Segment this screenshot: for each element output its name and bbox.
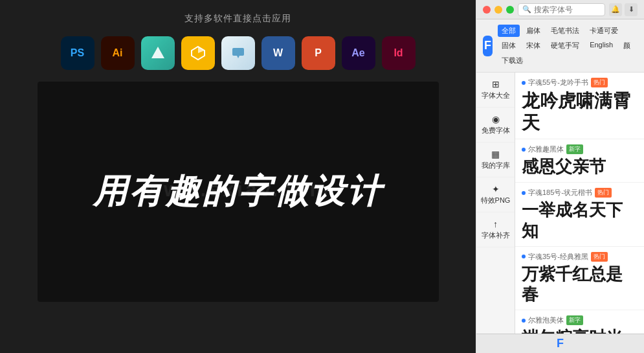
free-icon: ◉ — [492, 114, 500, 124]
app-icon-keynote[interactable] — [221, 36, 255, 70]
fx-icon: ✦ — [492, 184, 500, 194]
app-icons-row: PS Ai W P Ae Id — [61, 36, 416, 70]
app-icon-ppt[interactable]: P — [302, 36, 335, 70]
app-icon-ae[interactable]: Ae — [342, 36, 375, 70]
settings-icon[interactable]: ⬇ — [625, 3, 638, 16]
nav-free-font[interactable]: ◉ 免费字体 — [476, 108, 515, 142]
font-item-meta-duanwu: 尔雅泡美体 新字 — [522, 315, 638, 325]
font-preview-duanwu: 端午粽享时光 — [522, 328, 638, 334]
left-panel: 支持多软件直接点击应用 PS Ai W P Ae Id www.sxiav.co… — [0, 0, 476, 353]
minimize-button[interactable] — [494, 6, 502, 14]
font-item-yiju[interactable]: 字魂185号-状元楷书 热门 一举成名天下知 — [515, 183, 644, 246]
font-dot-2 — [522, 148, 526, 152]
app-icon-sketch[interactable] — [181, 36, 215, 70]
badge-duanwu: 新字 — [566, 315, 583, 325]
font-item-duanwu[interactable]: 尔雅泡美体 新字 端午粽享时光 — [515, 310, 644, 334]
close-button[interactable] — [483, 6, 491, 14]
font-dot-3 — [522, 191, 526, 195]
svg-rect-2 — [232, 48, 244, 56]
tag-yan[interactable]: 颜 — [619, 40, 634, 52]
font-preview-yiju: 一举成名天下知 — [522, 200, 638, 240]
bottom-bar: F — [476, 334, 644, 353]
font-name-ganren: 尔雅趣黑体 — [528, 144, 564, 154]
nav-my-library[interactable]: ▦ 我的字库 — [476, 142, 515, 177]
tag-english[interactable]: English — [586, 40, 617, 52]
font-preview-dragon: 龙吟虎啸满霄天 — [522, 90, 638, 133]
font-item-ganren[interactable]: 尔雅趣黑体 新字 感恩父亲节 — [515, 139, 644, 183]
nav-fx-png[interactable]: ✦ 特效PNG — [476, 177, 515, 212]
tag-flat[interactable]: 扁体 — [522, 25, 544, 37]
search-bar[interactable]: 🔍 — [518, 3, 605, 16]
badge-dragon: 热门 — [591, 78, 608, 87]
tag-solid[interactable]: 固体 — [498, 40, 520, 52]
right-panel: 🔍 🔔 ⬇ F 全部 扁体 毛笔书法 卡通可爱 固体 宋体 硬笔手写 Engli… — [476, 0, 644, 353]
grid-icon: ⊞ — [492, 79, 500, 89]
filter-tags: 全部 扁体 毛笔书法 卡通可爱 固体 宋体 硬笔手写 English 颜 下载选 — [498, 25, 638, 67]
svg-marker-3 — [237, 56, 239, 58]
app-icon-affinity[interactable] — [141, 36, 175, 70]
app-icon-id[interactable]: Id — [382, 36, 416, 70]
top-text: 支持多软件直接点击应用 — [184, 13, 291, 25]
font-item-meta-dragon: 字魂55号-龙吟手书 热门 — [522, 78, 638, 87]
icon-buttons: 🔔 ⬇ — [609, 3, 638, 16]
app-logo-letter: F — [484, 39, 491, 52]
font-name-dragon: 字魂55号-龙吟手书 — [528, 78, 588, 87]
font-dot-4 — [522, 255, 526, 258]
library-icon: ▦ — [491, 149, 500, 159]
nav-fx-png-label: 特效PNG — [481, 196, 511, 205]
tag-cute[interactable]: 卡通可爱 — [586, 25, 622, 37]
font-item-meta-wanjiu: 字魂35号-经典雅黑 热门 — [522, 252, 638, 262]
app-logo: F — [483, 36, 493, 56]
font-item-wanjiu[interactable]: 字魂35号-经典雅黑 热门 万紫千红总是春 — [515, 247, 644, 310]
canvas-main-text: 用有趣的字做设计 — [93, 169, 383, 214]
main-content: ⊞ 字体大全 ◉ 免费字体 ▦ 我的字库 ✦ 特效PNG ↑ 字体补齐 — [476, 73, 644, 334]
search-icon: 🔍 — [522, 5, 531, 14]
nav-my-library-label: 我的字库 — [482, 161, 510, 170]
supplement-icon: ↑ — [493, 219, 498, 229]
font-list: 字魂55号-龙吟手书 热门 龙吟虎啸满霄天 尔雅趣黑体 新字 感恩父亲节 字魂1… — [515, 73, 644, 334]
badge-yiju: 热门 — [595, 188, 612, 198]
badge-ganren: 新字 — [566, 144, 583, 154]
badge-wanjiu: 热门 — [591, 252, 608, 262]
font-dot — [522, 81, 526, 85]
canvas-area: www.sxiav.com 用有趣的字做设计 — [38, 82, 439, 302]
font-name-duanwu: 尔雅泡美体 — [528, 315, 564, 325]
font-item-meta-yiju: 字魂185号-状元楷书 热门 — [522, 188, 638, 198]
app-icon-ps[interactable]: PS — [61, 36, 94, 70]
font-dot-5 — [522, 319, 526, 323]
notification-icon[interactable]: 🔔 — [609, 3, 622, 16]
app-icon-ai[interactable]: Ai — [101, 36, 135, 70]
search-input[interactable] — [534, 5, 601, 14]
nav-font-supplement-label: 字体补齐 — [482, 231, 510, 240]
app-icon-word[interactable]: W — [261, 36, 295, 70]
nav-font-supplement[interactable]: ↑ 字体补齐 — [476, 212, 515, 247]
font-preview-ganren: 感恩父亲节 — [522, 157, 638, 177]
font-name-yiju: 字魂185号-状元楷书 — [528, 188, 592, 198]
tag-brush[interactable]: 毛笔书法 — [547, 25, 583, 37]
titlebar: 🔍 🔔 ⬇ — [476, 0, 644, 19]
tag-song[interactable]: 宋体 — [522, 40, 544, 52]
maximize-button[interactable] — [506, 6, 514, 14]
tag-all[interactable]: 全部 — [498, 25, 520, 37]
tag-download[interactable]: 下载选 — [498, 54, 527, 67]
font-name-wanjiu: 字魂35号-经典雅黑 — [528, 252, 588, 262]
font-item-meta-ganren: 尔雅趣黑体 新字 — [522, 144, 638, 154]
nav-free-font-label: 免费字体 — [482, 126, 510, 135]
font-item-dragon[interactable]: 字魂55号-龙吟手书 热门 龙吟虎啸满霄天 — [515, 73, 644, 139]
tag-handwrite[interactable]: 硬笔手写 — [547, 40, 583, 52]
app-header: F 全部 扁体 毛笔书法 卡通可爱 固体 宋体 硬笔手写 English 颜 下… — [476, 19, 644, 73]
nav-font-all[interactable]: ⊞ 字体大全 — [476, 73, 515, 108]
font-preview-wanjiu: 万紫千红总是春 — [522, 264, 638, 304]
sidebar-nav: ⊞ 字体大全 ◉ 免费字体 ▦ 我的字库 ✦ 特效PNG ↑ 字体补齐 — [476, 73, 515, 334]
nav-font-all-label: 字体大全 — [482, 91, 510, 100]
bottom-logo-icon: F — [557, 337, 564, 350]
